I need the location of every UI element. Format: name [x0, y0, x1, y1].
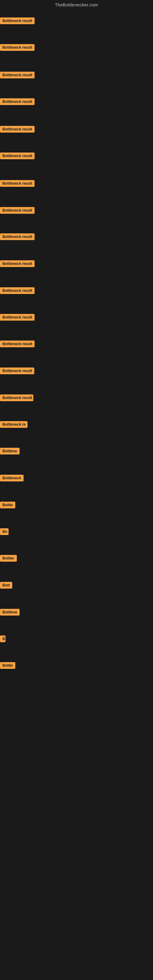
bottleneck-badge-19[interactable]: Bottle — [0, 502, 15, 508]
bottleneck-badge-12[interactable]: Bottleneck result — [0, 314, 35, 321]
bottleneck-badge-25[interactable]: Bottle — [0, 662, 15, 669]
bottleneck-badge-container-10: Bottleneck result — [0, 260, 38, 268]
site-title: TheBottlenecker.com — [0, 0, 153, 9]
bottleneck-badge-22[interactable]: Bott — [0, 582, 12, 589]
bottleneck-badge-24[interactable]: B — [0, 635, 5, 642]
bottleneck-badge-21[interactable]: Bottler — [0, 555, 17, 562]
bottleneck-badge-container-4: Bottleneck result — [0, 98, 39, 106]
bottleneck-badge-23[interactable]: Bottlene — [0, 609, 19, 616]
bottleneck-badge-20[interactable]: Bo — [0, 528, 9, 535]
bottleneck-badge-18[interactable]: Bottleneck — [0, 475, 24, 481]
bottleneck-badge-container-2: Bottleneck result — [0, 44, 39, 52]
bottleneck-badge-16[interactable]: Bottleneck re — [0, 421, 27, 428]
bottleneck-badge-container-21: Bottler — [0, 555, 17, 563]
bottleneck-badge-3[interactable]: Bottleneck result — [0, 72, 35, 78]
bottleneck-badge-container-12: Bottleneck result — [0, 314, 36, 322]
bottleneck-badge-container-6: Bottleneck result — [0, 153, 39, 161]
bottleneck-badge-container-11: Bottleneck result — [0, 287, 37, 295]
bottleneck-badge-14[interactable]: Bottleneck result — [0, 368, 34, 374]
bottleneck-badge-container-24: B — [0, 635, 5, 643]
bottleneck-badge-5[interactable]: Bottleneck result — [0, 126, 35, 133]
bottleneck-badge-10[interactable]: Bottleneck result — [0, 260, 35, 267]
bottleneck-badge-container-5: Bottleneck result — [0, 126, 40, 134]
bottleneck-badge-15[interactable]: Bottleneck result — [0, 395, 33, 401]
bottleneck-badge-9[interactable]: Bottleneck result — [0, 233, 35, 240]
bottleneck-badge-4[interactable]: Bottleneck result — [0, 98, 35, 105]
bottleneck-badge-container-22: Bott — [0, 582, 12, 590]
bottleneck-badge-11[interactable]: Bottleneck result — [0, 287, 35, 294]
bottleneck-badge-1[interactable]: Bottleneck result — [0, 18, 35, 24]
bottleneck-badge-17[interactable]: Bottlene — [0, 448, 19, 455]
bottleneck-badge-13[interactable]: Bottleneck result — [0, 340, 35, 347]
bottleneck-badge-container-8: Bottleneck result — [0, 207, 39, 215]
bottleneck-badge-7[interactable]: Bottleneck result — [0, 180, 35, 187]
bottleneck-badge-2[interactable]: Bottleneck result — [0, 44, 35, 51]
bottleneck-badge-container-3: Bottleneck result — [0, 72, 41, 80]
bottleneck-badge-container-16: Bottleneck re — [0, 421, 27, 429]
bottleneck-badge-container-25: Bottle — [0, 662, 16, 670]
bottleneck-badge-container-7: Bottleneck result — [0, 180, 39, 188]
bottleneck-badge-container-18: Bottleneck — [0, 475, 24, 483]
bottleneck-badge-container-17: Bottlene — [0, 448, 22, 456]
bottleneck-badge-container-1: Bottleneck result — [0, 18, 40, 25]
bottleneck-badge-8[interactable]: Bottleneck result — [0, 207, 35, 214]
bottleneck-badge-container-15: Bottleneck result — [0, 395, 33, 402]
bottleneck-badge-container-9: Bottleneck result — [0, 233, 38, 241]
bottleneck-badge-container-14: Bottleneck result — [0, 368, 34, 375]
bottleneck-badge-container-13: Bottleneck result — [0, 340, 35, 348]
bottleneck-badge-6[interactable]: Bottleneck result — [0, 153, 35, 159]
bottleneck-badge-container-20: Bo — [0, 528, 9, 536]
bottleneck-badge-container-19: Bottle — [0, 502, 18, 510]
bottleneck-badge-container-23: Bottlene — [0, 609, 21, 617]
